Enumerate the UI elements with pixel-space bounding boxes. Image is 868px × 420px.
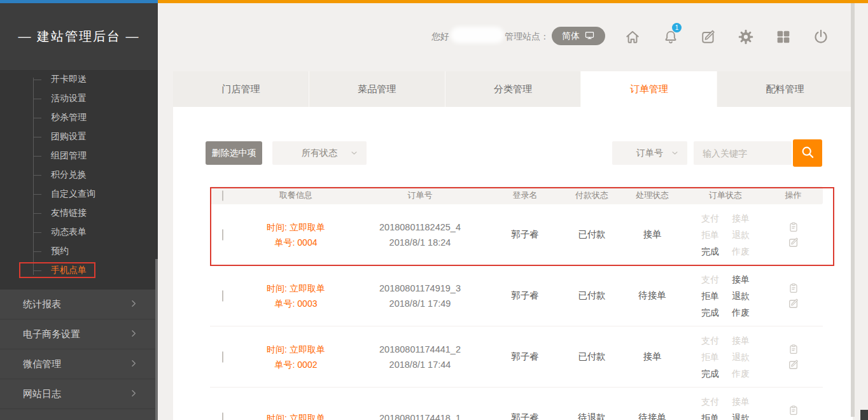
sidebar-item-11[interactable]: 手机点单 [0, 261, 158, 280]
table-row-2: 时间: 立即取单单号: 000320180801174919_32018/8/1… [210, 265, 823, 326]
sidebar-item-label: 自定义查询 [51, 188, 95, 200]
clipboard-icon-button[interactable] [787, 282, 800, 295]
sidebar-group-1[interactable]: 统计报表 [0, 290, 158, 319]
status-link[interactable]: 作废 [731, 304, 750, 321]
sidebar-group-3[interactable]: 微信管理 [0, 349, 158, 379]
table-body: 时间: 立即取单单号: 000420180801182425_42018/8/1… [210, 204, 823, 420]
sidebar-item-8[interactable]: 友情链接 [0, 204, 158, 223]
order-time: 2018/8/1 17:49 [356, 296, 484, 311]
status-link: 接单 [731, 210, 750, 227]
keyword-input[interactable] [694, 141, 792, 165]
edit-icon-button[interactable] [787, 236, 800, 249]
process-status-cell: 接单 [617, 228, 687, 241]
power-button[interactable] [812, 28, 830, 46]
login-name-cell: 郭子睿 [484, 412, 566, 420]
page-scrollbar[interactable] [851, 3, 855, 417]
sidebar-item-5[interactable]: 组团管理 [0, 146, 158, 165]
tab-2[interactable]: 菜品管理 [309, 71, 445, 107]
content-top-strip [158, 0, 868, 3]
status-link: 作废 [731, 243, 750, 260]
search-button[interactable] [793, 139, 822, 167]
login-name-cell: 郭子睿 [484, 228, 566, 241]
search-icon [799, 144, 816, 162]
edit-icon-button[interactable] [787, 358, 800, 371]
status-link[interactable]: 退款 [731, 288, 750, 304]
status-link: 作废 [731, 365, 750, 382]
annotation-box-menu [19, 262, 95, 278]
order-no: 20180801174919_3 [356, 281, 484, 296]
clipboard-icon-button[interactable] [787, 221, 800, 234]
status-links: 支付接单拒单退款完成作废 [695, 210, 756, 260]
status-link: 拒单 [701, 227, 720, 243]
search-field-dropdown[interactable]: 订单号 [612, 141, 687, 165]
row-checkbox[interactable] [222, 229, 223, 241]
column-header: 登录名 [484, 190, 566, 201]
status-link-line: 拒单退款 [695, 227, 756, 243]
tab-3[interactable]: 分类管理 [445, 71, 581, 107]
clipboard-icon-button[interactable] [787, 343, 800, 356]
sidebar-item-label: 动态表单 [51, 227, 87, 238]
status-link[interactable]: 拒单 [701, 410, 720, 420]
chevron-right-icon [129, 328, 139, 340]
sidebar-group-label: 统计报表 [23, 298, 61, 311]
clipboard-icon-button[interactable] [787, 404, 800, 417]
compose-button[interactable] [699, 28, 717, 46]
delete-selected-button[interactable]: 删除选中项 [206, 141, 262, 165]
notification-badge: 1 [672, 23, 682, 32]
pay-status-cell: 待退款 [566, 412, 617, 420]
pickup-info-cell: 时间: 立即取单 [235, 410, 356, 420]
pickup-no: 单号: 0003 [235, 296, 356, 311]
status-link: 退款 [731, 227, 750, 243]
status-link[interactable]: 完成 [701, 304, 720, 321]
sidebar-group-label: 网站日志 [23, 388, 61, 400]
table-row-4: 时间: 立即取单20180801174418_1郭子睿待退款待接单支付接单拒单退… [210, 388, 823, 420]
sidebar-item-7[interactable]: 自定义查询 [0, 185, 158, 204]
sidebar-item-2[interactable]: 活动设置 [0, 89, 158, 108]
process-status-cell: 待接单 [617, 412, 687, 420]
status-filter-dropdown[interactable]: 所有状态 [272, 141, 367, 165]
row-checkbox[interactable] [222, 351, 223, 363]
gear-button[interactable] [737, 28, 755, 46]
tab-bar: 门店管理菜品管理分类管理订单管理配料管理 [173, 71, 853, 107]
status-link-line: 完成作废 [695, 365, 756, 382]
order-no-cell: 20180801174919_32018/8/1 17:49 [356, 281, 484, 311]
status-link-line: 拒单退款 [695, 349, 756, 365]
sidebar: — 建站管理后台 — 开卡即送活动设置秒杀管理团购设置组团管理积分兑换自定义查询… [0, 3, 158, 420]
row-checkbox[interactable] [222, 290, 223, 302]
order-no: 20180801174441_2 [356, 342, 484, 357]
checkbox-cell [210, 352, 235, 362]
sidebar-item-9[interactable]: 动态表单 [0, 223, 158, 242]
status-link[interactable]: 接单 [731, 271, 750, 288]
order-no-cell: 20180801182425_42018/8/1 18:24 [356, 220, 484, 250]
language-button[interactable]: 简体 [552, 27, 605, 45]
sidebar-item-6[interactable]: 积分兑换 [0, 165, 158, 185]
status-link[interactable]: 拒单 [701, 288, 720, 304]
edit-icon-button[interactable] [787, 297, 800, 310]
grid-button[interactable] [774, 28, 792, 46]
sidebar-group-2[interactable]: 电子商务设置 [0, 319, 158, 349]
process-status-cell: 待接单 [617, 290, 687, 302]
sidebar-item-1[interactable]: 开卡即送 [0, 70, 158, 89]
sidebar-item-label: 秒杀管理 [51, 112, 87, 123]
status-link[interactable]: 完成 [701, 365, 720, 382]
sidebar-group-4[interactable]: 网站日志 [0, 379, 158, 409]
tab-5[interactable]: 配料管理 [717, 71, 853, 107]
order-no-cell: 20180801174441_22018/8/1 17:44 [356, 342, 484, 372]
select-all-checkbox[interactable] [222, 190, 223, 201]
row-checkbox[interactable] [222, 412, 223, 420]
pickup-info-cell: 时间: 立即取单单号: 0003 [235, 281, 356, 311]
home-button[interactable] [624, 28, 641, 46]
status-link-line: 支付接单 [695, 271, 756, 288]
sidebar-item-4[interactable]: 团购设置 [0, 127, 158, 146]
status-link[interactable]: 完成 [701, 243, 720, 260]
sidebar-item-3[interactable]: 秒杀管理 [0, 108, 158, 127]
tab-4[interactable]: 订单管理 [580, 71, 717, 107]
operations-cell [764, 404, 823, 420]
tab-1[interactable]: 门店管理 [173, 71, 309, 107]
grid-icon [774, 38, 792, 48]
status-link[interactable]: 退款 [731, 410, 750, 420]
sidebar-item-10[interactable]: 预约 [0, 242, 158, 261]
sidebar-scrollbar[interactable] [155, 259, 158, 420]
sidebar-item-label: 活动设置 [51, 93, 87, 104]
home-icon [624, 38, 641, 48]
